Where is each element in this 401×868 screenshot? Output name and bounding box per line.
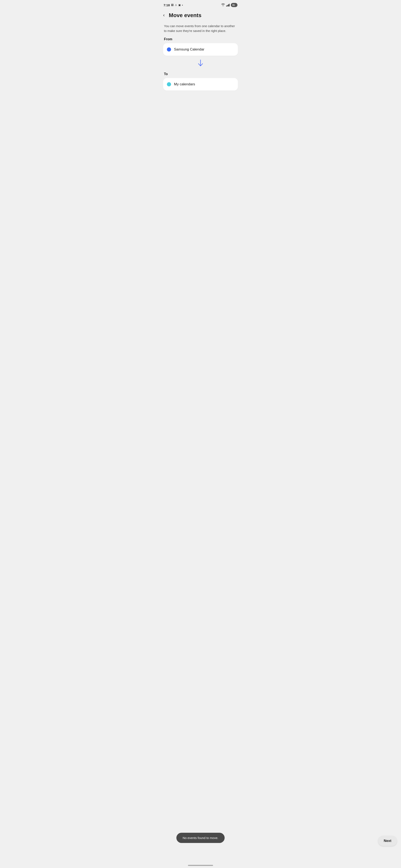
status-bar: 7:18 🖼 ⚠ ▣ ● 31 [160, 0, 241, 9]
warning-icon: ⚠ [175, 4, 177, 6]
to-label: To [160, 72, 241, 78]
from-calendar-dot [167, 48, 171, 52]
status-time: 7:18 [164, 3, 170, 7]
from-calendar-name: Samsung Calendar [174, 48, 204, 52]
description-text: You can move events from one calendar to… [160, 21, 241, 37]
from-calendar-card[interactable]: Samsung Calendar [163, 43, 238, 56]
arrow-down-container [160, 56, 241, 72]
battery-level: 31 [232, 4, 235, 6]
to-calendar-dot [167, 82, 171, 86]
status-bar-left: 7:18 🖼 ⚠ ▣ ● [164, 3, 183, 7]
photo-icon: 🖼 [171, 4, 174, 6]
status-bar-right: 31 [221, 3, 238, 7]
back-button[interactable]: ‹ [163, 12, 166, 19]
arrow-down-icon [197, 59, 204, 68]
battery-indicator: 31 [231, 3, 237, 7]
header: ‹ Move events [160, 9, 241, 21]
signal-bars [226, 4, 230, 6]
screen-record-icon: ▣ [178, 4, 181, 6]
from-label: From [160, 37, 241, 43]
to-calendar-card[interactable]: My calendars [163, 78, 238, 91]
dot-icon: ● [182, 4, 183, 6]
page-title: Move events [169, 12, 201, 19]
to-calendar-name: My calendars [174, 82, 195, 86]
wifi-icon [221, 3, 225, 7]
content-area: You can move events from one calendar to… [160, 21, 241, 132]
